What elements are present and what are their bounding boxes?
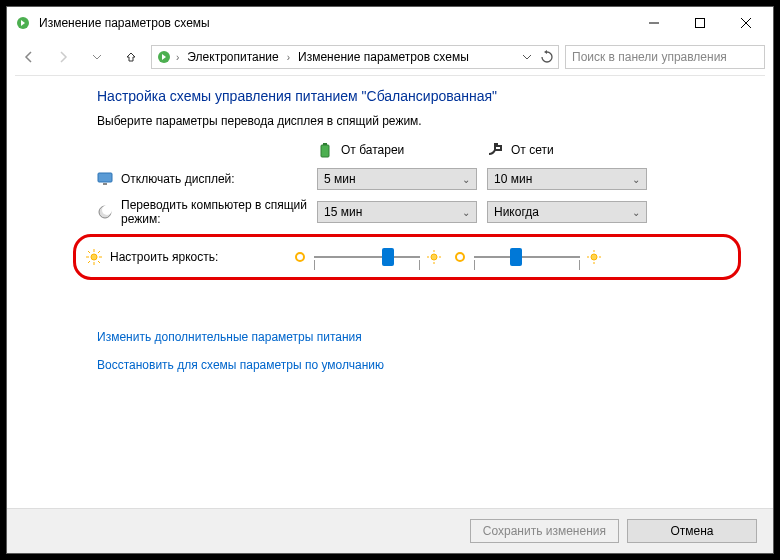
- sun-bright-icon: [586, 249, 602, 265]
- breadcrumb-seg-1[interactable]: Электропитание: [183, 50, 282, 64]
- svg-point-27: [456, 253, 464, 261]
- col-battery-label: От батареи: [341, 143, 404, 157]
- close-button[interactable]: [723, 8, 769, 38]
- restore-defaults-link[interactable]: Восстановить для схемы параметры по умол…: [97, 358, 741, 372]
- brightness-battery-slider[interactable]: [292, 245, 442, 269]
- battery-icon: [317, 142, 333, 158]
- brightness-ac-slider[interactable]: [452, 245, 602, 269]
- content-area: Настройка схемы управления питанием "Сба…: [7, 76, 773, 508]
- monitor-icon: [97, 171, 113, 187]
- page-subtitle: Выберите параметры перевода дисплея в сп…: [97, 114, 741, 128]
- svg-line-17: [88, 251, 90, 253]
- chevron-down-icon: ⌄: [462, 207, 470, 218]
- window-title: Изменение параметров схемы: [39, 16, 631, 30]
- row-brightness-highlight: Настроить яркость:: [73, 234, 741, 280]
- row-sleep: Переводить компьютер в спящий режим: 15 …: [97, 198, 741, 226]
- row-display-label: Отключать дисплей:: [121, 172, 235, 186]
- breadcrumb-seg-2[interactable]: Изменение параметров схемы: [294, 50, 473, 64]
- row-sleep-label: Переводить компьютер в спящий режим:: [121, 198, 317, 226]
- navigation-row: › Электропитание › Изменение параметров …: [7, 39, 773, 75]
- breadcrumb-icon: [156, 49, 172, 65]
- svg-rect-9: [103, 183, 107, 185]
- cancel-button[interactable]: Отмена: [627, 519, 757, 543]
- recent-button[interactable]: [83, 43, 111, 71]
- col-ac-label: От сети: [511, 143, 554, 157]
- row-brightness-label: Настроить яркость:: [110, 250, 218, 264]
- moon-icon: [97, 204, 113, 220]
- svg-point-12: [91, 254, 97, 260]
- brightness-icon: [86, 249, 102, 265]
- svg-line-19: [98, 251, 100, 253]
- breadcrumb-bar[interactable]: › Электропитание › Изменение параметров …: [151, 45, 559, 69]
- sun-dim-icon: [452, 249, 468, 265]
- chevron-right-icon: ›: [287, 52, 290, 63]
- back-button[interactable]: [15, 43, 43, 71]
- display-off-battery-dropdown[interactable]: 5 мин⌄: [317, 168, 477, 190]
- display-off-ac-dropdown[interactable]: 10 мин⌄: [487, 168, 647, 190]
- svg-point-11: [102, 205, 112, 215]
- maximize-button[interactable]: [677, 8, 723, 38]
- power-options-window: Изменение параметров схемы › Электропита…: [6, 6, 774, 554]
- titlebar: Изменение параметров схемы: [7, 7, 773, 39]
- chevron-down-icon: ⌄: [462, 174, 470, 185]
- links-section: Изменить дополнительные параметры питани…: [97, 330, 741, 372]
- sun-dim-icon: [292, 249, 308, 265]
- chevron-down-icon[interactable]: [522, 52, 532, 62]
- svg-point-22: [431, 254, 437, 260]
- row-display-off: Отключать дисплей: 5 мин⌄ 10 мин⌄: [97, 168, 741, 190]
- advanced-settings-link[interactable]: Изменить дополнительные параметры питани…: [97, 330, 741, 344]
- chevron-down-icon: ⌄: [632, 207, 640, 218]
- svg-rect-2: [696, 19, 705, 28]
- svg-point-21: [296, 253, 304, 261]
- search-placeholder: Поиск в панели управления: [572, 50, 727, 64]
- chevron-right-icon: ›: [176, 52, 179, 63]
- sleep-battery-dropdown[interactable]: 15 мин⌄: [317, 201, 477, 223]
- chevron-down-icon: ⌄: [632, 174, 640, 185]
- svg-rect-6: [321, 145, 329, 157]
- power-source-header: От батареи От сети: [97, 142, 741, 158]
- plug-icon: [487, 142, 503, 158]
- up-button[interactable]: [117, 43, 145, 71]
- forward-button[interactable]: [49, 43, 77, 71]
- refresh-icon[interactable]: [540, 50, 554, 64]
- footer: Сохранить изменения Отмена: [7, 508, 773, 553]
- sun-bright-icon: [426, 249, 442, 265]
- app-icon: [15, 15, 31, 31]
- page-title: Настройка схемы управления питанием "Сба…: [97, 88, 741, 104]
- save-button[interactable]: Сохранить изменения: [470, 519, 619, 543]
- svg-point-28: [591, 254, 597, 260]
- svg-rect-8: [98, 173, 112, 182]
- svg-line-18: [98, 261, 100, 263]
- svg-line-20: [88, 261, 90, 263]
- svg-rect-7: [323, 143, 327, 145]
- search-input[interactable]: Поиск в панели управления: [565, 45, 765, 69]
- sleep-ac-dropdown[interactable]: Никогда⌄: [487, 201, 647, 223]
- minimize-button[interactable]: [631, 8, 677, 38]
